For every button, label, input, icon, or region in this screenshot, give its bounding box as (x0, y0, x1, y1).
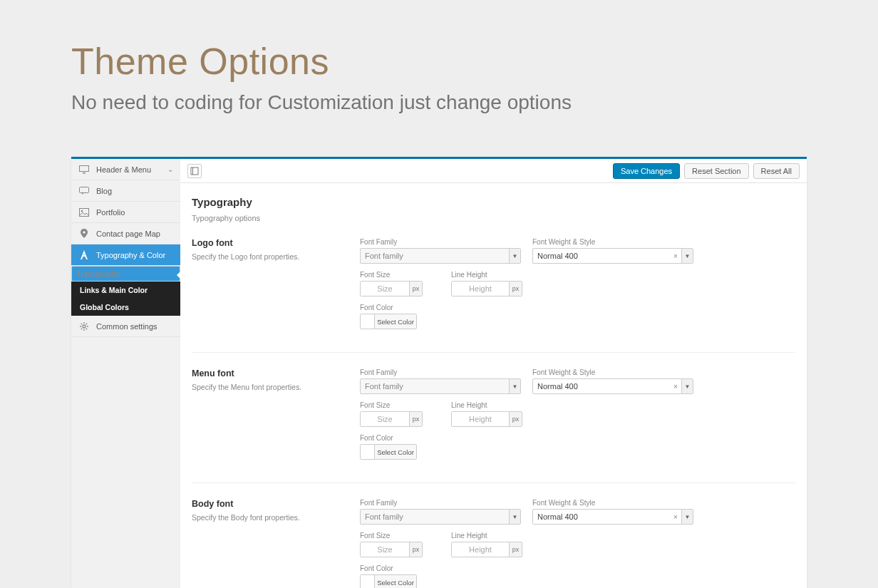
sidebar-item-label: Contact page Map (96, 229, 160, 238)
toolbar: Save Changes Reset Section Reset All (180, 159, 807, 183)
font-family-select[interactable]: Font family ▼ (360, 248, 521, 264)
sidebar-item-blog[interactable]: Blog (71, 180, 180, 202)
font-size-input-group: px (360, 281, 423, 296)
font-weight-select[interactable]: Normal 400 × ▼ (532, 248, 693, 264)
hero-subtitle: No need to coding for Customization just… (71, 91, 878, 114)
font-family-label: Font Family (360, 238, 521, 246)
unit-label: px (509, 412, 522, 426)
section-title: Body font (192, 499, 360, 509)
chevron-down-icon: ⌄ (167, 165, 173, 173)
font-family-placeholder: Font family (365, 252, 403, 260)
font-section: Menu font Specify the Menu font properti… (192, 353, 795, 483)
font-weight-label: Font Weight & Style (532, 238, 693, 246)
font-section: Body font Specify the Body font properti… (192, 483, 795, 588)
font-family-select[interactable]: Font family ▼ (360, 509, 521, 525)
line-height-input-group: px (451, 542, 522, 557)
font-family-label: Font Family (360, 499, 521, 507)
sidebar-sub-links-color[interactable]: Links & Main Color (71, 282, 180, 299)
svg-rect-3 (80, 208, 89, 216)
font-family-select[interactable]: Font family ▼ (360, 378, 521, 394)
line-height-input-group: px (451, 281, 522, 296)
font-size-input[interactable] (361, 412, 409, 426)
font-size-label: Font Size (360, 271, 423, 279)
sidebar-sub-label: Typography (76, 269, 120, 278)
sidebar-sub-global-colors[interactable]: Global Colors (71, 299, 180, 316)
pin-icon (78, 229, 90, 239)
font-color-label: Font Color (360, 564, 417, 572)
clear-icon[interactable]: × (671, 249, 681, 263)
sidebar-item-common-settings[interactable]: Common settings (71, 316, 180, 337)
expand-icon[interactable] (187, 164, 202, 178)
unit-label: px (509, 282, 522, 296)
svg-rect-8 (192, 167, 193, 175)
sidebar-sub-typography[interactable]: Typography (71, 266, 180, 282)
line-height-input[interactable] (452, 542, 509, 557)
sidebar-item-header-menu[interactable]: Header & Menu ⌄ (71, 159, 180, 180)
save-button[interactable]: Save Changes (613, 163, 680, 179)
font-size-input[interactable] (361, 282, 409, 296)
color-swatch (361, 314, 375, 329)
section-desc: Specify the Body font properties. (192, 513, 360, 522)
unit-label: px (409, 542, 422, 557)
content-area: Typography Typography options Logo font … (180, 183, 807, 588)
sidebar-item-label: Portfolio (96, 208, 125, 217)
section-title: Menu font (192, 368, 360, 378)
font-size-label: Font Size (360, 532, 423, 540)
chat-icon (78, 187, 90, 195)
hero-title: Theme Options (71, 40, 878, 83)
font-color-button[interactable]: Select Color (360, 444, 417, 460)
reset-all-button[interactable]: Reset All (753, 163, 800, 179)
line-height-label: Line Height (451, 532, 522, 540)
svg-rect-0 (80, 165, 89, 171)
clear-icon[interactable]: × (671, 510, 681, 524)
unit-label: px (509, 542, 522, 557)
dropdown-icon: ▼ (509, 249, 520, 263)
sidebar-item-label: Common settings (96, 322, 157, 331)
sidebar-item-label: Typography & Color (96, 251, 165, 259)
color-swatch (361, 445, 375, 459)
line-height-input-group: px (451, 411, 522, 427)
font-weight-label: Font Weight & Style (532, 499, 693, 507)
font-size-input-group: px (360, 542, 423, 557)
sidebar-item-typography-color[interactable]: Typography & Color (71, 244, 180, 266)
dropdown-icon: ▼ (681, 510, 693, 524)
line-height-input[interactable] (452, 282, 509, 296)
options-panel: Header & Menu ⌄ Blog Portfolio Contact p… (71, 157, 807, 588)
main-content: Save Changes Reset Section Reset All Typ… (180, 159, 807, 588)
font-section: Logo font Specify the Logo font properti… (192, 222, 795, 353)
svg-point-5 (83, 231, 86, 234)
dropdown-icon: ▼ (681, 249, 693, 263)
unit-label: px (409, 282, 422, 296)
select-color-label: Select Color (375, 445, 416, 459)
font-color-button[interactable]: Select Color (360, 314, 417, 329)
svg-rect-2 (80, 187, 89, 192)
sidebar-item-label: Blog (96, 187, 112, 195)
font-color-label: Font Color (360, 434, 417, 442)
color-swatch (361, 575, 375, 588)
text-icon (78, 250, 90, 259)
clear-icon[interactable]: × (671, 379, 681, 393)
font-color-button[interactable]: Select Color (360, 574, 417, 588)
reset-section-button[interactable]: Reset Section (684, 163, 748, 179)
font-weight-value: Normal 400 (537, 252, 578, 260)
line-height-input[interactable] (452, 412, 509, 426)
section-desc: Specify the Logo font properties. (192, 252, 360, 261)
page-desc: Typography options (192, 214, 795, 222)
font-family-label: Font Family (360, 368, 521, 376)
font-weight-select[interactable]: Normal 400 × ▼ (532, 509, 693, 525)
sidebar-item-contact-map[interactable]: Contact page Map (71, 223, 180, 244)
dropdown-icon: ▼ (509, 379, 520, 393)
font-size-input-group: px (360, 411, 423, 427)
font-size-input[interactable] (361, 542, 409, 557)
font-weight-label: Font Weight & Style (532, 368, 693, 376)
svg-rect-7 (191, 167, 198, 175)
font-weight-value: Normal 400 (537, 512, 578, 521)
sidebar-sub-label: Global Colors (80, 303, 129, 311)
dropdown-icon: ▼ (681, 379, 693, 393)
section-desc: Specify the Menu font properties. (192, 383, 360, 391)
sidebar-item-portfolio[interactable]: Portfolio (71, 202, 180, 223)
svg-rect-1 (83, 172, 86, 174)
font-size-label: Font Size (360, 401, 423, 409)
dropdown-icon: ▼ (509, 510, 520, 524)
font-weight-select[interactable]: Normal 400 × ▼ (532, 378, 693, 394)
